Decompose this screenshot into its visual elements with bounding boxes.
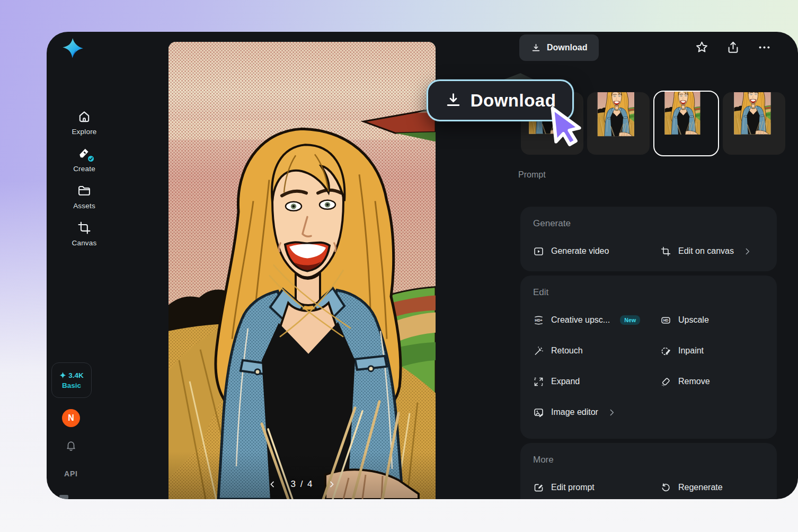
sidebar-item-label: Assets	[73, 202, 95, 210]
menu-item-creative-upscale[interactable]: HD+ Creative upsc... New	[533, 314, 660, 326]
sidebar-item-label: Explore	[72, 128, 96, 136]
app-window: Explore Create	[47, 32, 798, 499]
chevron-left-icon[interactable]	[268, 480, 277, 489]
menu-item-generate-video[interactable]: Generate video	[533, 245, 660, 258]
clipped-sidebar-icon	[59, 495, 68, 499]
menu-item-image-editor[interactable]: Image editor	[533, 406, 660, 419]
card-title: Edit	[533, 287, 764, 298]
menu-item-label: Regenerate	[678, 483, 723, 492]
sparkle-icon	[59, 372, 66, 379]
screen: Explore Create	[0, 0, 798, 532]
retouch-wand-icon	[533, 345, 544, 357]
menu-item-edit-prompt[interactable]: Edit prompt	[533, 481, 660, 494]
svg-text:HD: HD	[663, 318, 669, 322]
download-icon	[445, 92, 462, 109]
hd-plus-icon: HD+	[533, 315, 544, 326]
menu-item-label: Image editor	[551, 407, 598, 417]
sidebar-item-explore[interactable]: Explore	[59, 109, 110, 136]
notifications-bell-icon[interactable]	[65, 440, 77, 451]
card-title: More	[533, 455, 764, 465]
star-plane-logo-icon	[58, 38, 85, 63]
prompt-section-label[interactable]: Prompt	[518, 170, 546, 180]
more-options-icon[interactable]	[757, 40, 772, 55]
menu-item-regenerate[interactable]: Regenerate	[660, 481, 764, 494]
callout-label: Download	[471, 91, 556, 111]
api-label: API	[64, 469, 78, 478]
api-link[interactable]: API	[64, 469, 78, 478]
edit-prompt-icon	[533, 482, 544, 493]
home-icon	[77, 109, 92, 124]
menu-item-remove[interactable]: Remove	[660, 375, 764, 388]
app-logo[interactable]	[58, 38, 85, 62]
sidebar-item-assets[interactable]: Assets	[59, 183, 110, 210]
menu-item-label: Expand	[551, 377, 580, 386]
download-callout: Download	[427, 79, 574, 121]
menu-item-edit-on-canvas[interactable]: Edit on canvas	[660, 245, 764, 258]
chevron-right-icon[interactable]	[327, 480, 336, 489]
credits-badge[interactable]: 3.4K Basic	[51, 362, 92, 398]
prompt-label-text: Prompt	[518, 170, 546, 179]
card-title: Generate	[533, 218, 764, 229]
topbar-actions	[695, 40, 772, 55]
menu-item-expand[interactable]: Expand	[533, 375, 660, 388]
edit-on-canvas-icon	[660, 246, 671, 257]
sidebar-item-canvas[interactable]: Canvas	[59, 220, 110, 247]
user-avatar[interactable]: N	[62, 409, 80, 427]
menu-item-retouch[interactable]: Retouch	[533, 344, 660, 357]
thumbnail-2[interactable]	[587, 92, 650, 155]
thumbnail-4[interactable]	[723, 92, 785, 155]
assets-folder-icon	[77, 183, 92, 198]
generate-video-icon	[533, 246, 544, 257]
avatar-initial: N	[68, 413, 74, 423]
more-card: More Edit prompt	[520, 443, 777, 499]
sidebar-item-create[interactable]: Create	[59, 146, 110, 173]
edit-card: Edit HD+ Creative upsc... New	[520, 276, 777, 439]
download-icon	[531, 43, 541, 53]
svg-text:HD+: HD+	[535, 318, 543, 322]
menu-item-label: Generate video	[551, 246, 609, 256]
favorite-star-icon[interactable]	[695, 40, 709, 55]
menu-item-label: Remove	[678, 377, 710, 386]
sidebar-item-label: Canvas	[72, 239, 97, 247]
pagination-label: 3 / 4	[290, 479, 313, 490]
sidebar: Explore Create	[47, 32, 122, 499]
menu-item-label: Retouch	[551, 346, 583, 356]
sidebar-item-label: Create	[73, 165, 95, 173]
thumbnail-3-selected[interactable]	[653, 91, 719, 156]
sidebar-nav: Explore Create	[47, 109, 122, 247]
share-icon[interactable]	[726, 40, 740, 55]
menu-item-label: Inpaint	[678, 346, 704, 356]
generate-card: Generate Generate video	[520, 207, 777, 271]
chevron-right-icon	[607, 408, 616, 417]
menu-item-upscale[interactable]: HD Upscale	[660, 314, 764, 326]
download-label: Download	[547, 43, 587, 52]
hd-icon: HD	[660, 315, 671, 326]
credits-amount: 3.4K	[68, 371, 84, 379]
menu-item-label: Upscale	[678, 315, 709, 325]
menu-item-inpaint[interactable]: Inpaint	[660, 344, 764, 357]
regenerate-icon	[660, 482, 671, 493]
new-badge: New	[620, 315, 640, 325]
canvas-crop-icon	[77, 220, 92, 235]
pagination: 3 / 4	[169, 479, 436, 490]
plan-label: Basic	[62, 382, 81, 389]
image-editor-icon	[533, 407, 544, 418]
chevron-right-icon	[743, 247, 752, 256]
generated-image	[169, 42, 436, 499]
menu-item-label: Edit on canvas	[678, 246, 734, 256]
image-viewer: 3 / 4	[169, 42, 436, 499]
viewer-bottom-fade	[169, 451, 436, 499]
inpaint-icon	[660, 345, 671, 357]
create-brush-icon	[77, 146, 92, 161]
menu-item-label: Creative upsc...	[551, 315, 610, 325]
expand-icon	[533, 376, 544, 387]
remove-eraser-icon	[660, 376, 671, 387]
check-icon	[87, 155, 95, 163]
download-button[interactable]: Download	[519, 34, 599, 61]
menu-item-label: Edit prompt	[551, 483, 595, 492]
